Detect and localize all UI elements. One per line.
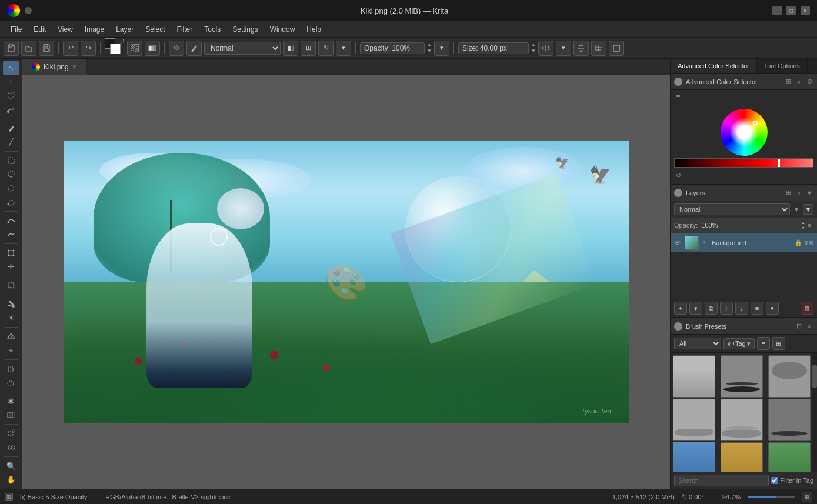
- layer-background[interactable]: 👁 ≋ Background 🔒 α: [671, 233, 817, 252]
- brush-preset-8[interactable]: [721, 442, 763, 472]
- brush-preset-9[interactable]: [768, 442, 811, 472]
- brush-scrollbar-thumb[interactable]: [812, 365, 817, 388]
- size-spinner[interactable]: ▲ ▼: [531, 42, 536, 54]
- measure-tool[interactable]: ⌖: [3, 343, 19, 357]
- zoom-tool[interactable]: 🔍: [3, 459, 19, 473]
- contiguous-selection-2[interactable]: [3, 427, 19, 440]
- restore-button[interactable]: □: [786, 6, 796, 15]
- brush-preset-3[interactable]: [768, 355, 811, 398]
- color-refresh-btn[interactable]: ↺: [674, 171, 682, 179]
- brush-filter-select[interactable]: All Basic Ink: [674, 338, 721, 349]
- color-wheel-wrap[interactable]: [674, 109, 813, 156]
- delete-layer-button[interactable]: 🗑: [801, 302, 813, 315]
- brush-search-input[interactable]: [674, 475, 769, 486]
- brush-preset-7[interactable]: [673, 442, 715, 472]
- crop-canvas-tool[interactable]: [3, 279, 19, 292]
- undo-button[interactable]: ↩: [63, 41, 78, 56]
- menu-tools[interactable]: Tools: [198, 23, 226, 36]
- redo-button[interactable]: ↪: [81, 41, 96, 56]
- color-list-btn[interactable]: ≡: [673, 91, 683, 102]
- brush-preset-1[interactable]: [673, 355, 715, 398]
- menu-help[interactable]: Help: [301, 23, 327, 36]
- brush-settings-button[interactable]: ⚙: [169, 41, 184, 56]
- menu-settings[interactable]: Settings: [226, 23, 264, 36]
- filter-in-tag-checkbox[interactable]: [771, 477, 778, 484]
- swap-colors[interactable]: ⇄: [120, 38, 125, 44]
- menu-edit[interactable]: Edit: [28, 23, 52, 36]
- new-canvas-button[interactable]: [4, 41, 19, 56]
- color-selector-settings[interactable]: ⊘: [805, 78, 813, 86]
- wrap-around-button[interactable]: ↻: [318, 41, 334, 56]
- add-layer-dropdown[interactable]: ▾: [689, 302, 702, 315]
- layer-lock-icon[interactable]: 🔒: [795, 239, 802, 246]
- path-tool[interactable]: [3, 214, 19, 228]
- brush-preset-6[interactable]: [768, 399, 811, 441]
- layer-dropdown-button[interactable]: ▾: [766, 302, 779, 315]
- clone-tool[interactable]: [3, 408, 19, 422]
- color-gradient-bar[interactable]: [674, 158, 813, 168]
- layer-eye-icon[interactable]: 👁: [674, 239, 682, 247]
- canvas-size-button[interactable]: [609, 41, 624, 56]
- polygon-select-tool[interactable]: [3, 182, 19, 195]
- fill-tool[interactable]: [3, 297, 19, 311]
- layers-close[interactable]: ×: [795, 189, 803, 197]
- mirror-h-button[interactable]: [538, 41, 553, 56]
- smart-patch-tool[interactable]: ✱: [3, 395, 19, 408]
- zoom-expand-button[interactable]: ⊞: [802, 492, 812, 502]
- layer-opacity-spinner[interactable]: ▲ ▼: [801, 220, 805, 231]
- brush-preset-2[interactable]: [721, 355, 763, 398]
- blend-mode-select[interactable]: Normal Multiply Screen Overlay: [204, 42, 281, 55]
- background-color[interactable]: [110, 44, 121, 54]
- brush-list-view[interactable]: ≡: [757, 337, 770, 350]
- opacity-more-button[interactable]: ▾: [434, 41, 449, 56]
- brush-editor-button[interactable]: [186, 41, 202, 56]
- menu-file[interactable]: File: [5, 23, 28, 36]
- duplicate-layer-button[interactable]: ⧉: [705, 302, 718, 315]
- freehand-select-tool[interactable]: [3, 195, 19, 209]
- move-layer-down-button[interactable]: ↓: [735, 302, 748, 315]
- canvas-tab-close[interactable]: ×: [72, 63, 76, 71]
- pan-tool[interactable]: ✋: [3, 473, 19, 487]
- canvas-viewport[interactable]: Tyson Tan 🦅 🦅: [22, 75, 670, 489]
- calligraphy-tool[interactable]: [3, 228, 19, 241]
- menu-window[interactable]: Window: [264, 23, 301, 36]
- canvas-image[interactable]: Tyson Tan 🦅 🦅: [64, 141, 629, 423]
- color-selector-expand[interactable]: ⊞: [784, 78, 792, 86]
- pencil-tool[interactable]: [3, 121, 19, 135]
- brush-preset-4[interactable]: [673, 399, 715, 441]
- line-tool[interactable]: ╱: [3, 135, 19, 149]
- more-options-button[interactable]: ▾: [336, 41, 351, 56]
- brush-tag-button[interactable]: 🏷 Tag ▾: [723, 338, 755, 349]
- menu-view[interactable]: View: [52, 23, 79, 36]
- layer-style-button[interactable]: ≡: [751, 302, 763, 315]
- tab-advanced-color-selector[interactable]: Advanced Color Selector: [671, 59, 757, 73]
- add-layer-button[interactable]: +: [674, 302, 687, 315]
- brush-presets-close[interactable]: ×: [805, 322, 813, 331]
- tab-tool-options[interactable]: Tool Options: [757, 59, 808, 73]
- color-picker-tool[interactable]: ☀: [3, 311, 19, 325]
- opacity-spinner[interactable]: ▲ ▼: [427, 42, 432, 54]
- opacity-input[interactable]: Opacity: 100%: [360, 42, 425, 54]
- brush-preset-5[interactable]: [721, 399, 763, 441]
- select-tool[interactable]: ↖: [3, 61, 19, 75]
- layer-mode-select[interactable]: Normal Multiply Screen: [674, 203, 790, 215]
- menu-select[interactable]: Select: [139, 23, 171, 36]
- save-button[interactable]: [39, 41, 54, 56]
- color-selector-close[interactable]: ×: [795, 78, 803, 86]
- rect-select-tool[interactable]: [3, 153, 19, 167]
- zoom-slider[interactable]: [748, 496, 795, 498]
- size-input[interactable]: Size: 40.00 px: [458, 42, 529, 54]
- statusbar-expand[interactable]: ⊞: [5, 493, 13, 501]
- layer-mode-arrow[interactable]: ▼: [792, 205, 801, 213]
- minimize-button[interactable]: −: [772, 6, 782, 15]
- brush-grid-view[interactable]: ⊞: [772, 337, 785, 350]
- color-wheel[interactable]: [721, 109, 768, 156]
- open-button[interactable]: [21, 41, 36, 56]
- layer-options-btn[interactable]: ≡: [805, 221, 813, 229]
- text-tool[interactable]: T: [3, 75, 19, 89]
- menu-image[interactable]: Image: [79, 23, 110, 36]
- brush-scrollbar[interactable]: [812, 353, 817, 472]
- menu-layer[interactable]: Layer: [110, 23, 139, 36]
- ellipse-select-tool[interactable]: [3, 168, 19, 181]
- move-tool[interactable]: ✛: [3, 261, 19, 274]
